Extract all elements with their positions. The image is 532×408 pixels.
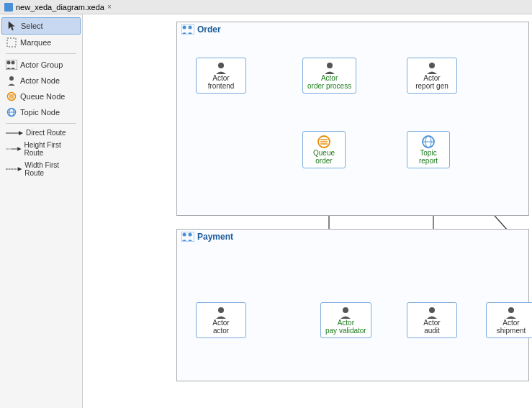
actor-actor-sublabel: actor	[213, 327, 229, 335]
tool-direct-route[interactable]: Direct Route	[1, 127, 81, 139]
tool-actor-group[interactable]: Actor Group	[1, 57, 81, 73]
payment-group-header: Payment	[177, 230, 528, 244]
actor-node-icon	[6, 75, 17, 86]
actor-order-process-sublabel: order process	[307, 82, 351, 90]
topic-report[interactable]: Topic report	[407, 131, 450, 168]
svg-point-49	[218, 307, 224, 313]
actor-order-process[interactable]: Actor order process	[302, 58, 356, 94]
svg-point-39	[218, 63, 224, 68]
tool-topic-node[interactable]: Topic Node	[1, 104, 81, 120]
svg-point-37	[189, 233, 192, 237]
actor-audit-label: Actor	[423, 319, 440, 327]
order-group-header: Order	[177, 22, 528, 37]
svg-point-52	[508, 307, 514, 313]
svg-point-40	[327, 63, 333, 68]
svg-point-3	[12, 61, 15, 65]
svg-point-51	[429, 307, 435, 313]
marquee-label: Marquee	[20, 38, 51, 47]
actor-actor[interactable]: Actor actor	[196, 302, 246, 338]
actor-node-label: Actor Node	[20, 76, 60, 85]
actor-frontend-sublabel: frontend	[208, 82, 235, 90]
cursor-icon	[6, 20, 18, 32]
queue-order-label: Queue	[313, 149, 335, 157]
svg-marker-17	[17, 147, 21, 150]
actor-report-gen[interactable]: Actor report gen	[407, 58, 457, 94]
queue-node-label: Queue Node	[20, 92, 65, 101]
title-bar: new_xeda_diagram.xeda ×	[0, 0, 532, 14]
title-bar-icon	[4, 3, 13, 12]
order-group-label: Order	[197, 24, 221, 35]
actor-pay-validator-sublabel: pay validator	[325, 327, 366, 335]
left-panel: Select Marquee Actor Group	[0, 14, 83, 408]
tool-select[interactable]: Select	[1, 17, 81, 35]
actor-frontend-label: Actor	[212, 74, 229, 82]
payment-group-label: Payment	[197, 232, 233, 242]
svg-point-36	[183, 233, 186, 237]
marquee-icon	[6, 37, 17, 48]
height-first-route-label: Height First Route	[24, 141, 76, 157]
svg-marker-19	[18, 167, 22, 171]
actor-pay-validator-label: Actor	[338, 319, 354, 327]
svg-rect-1	[7, 38, 16, 47]
actor-group-label: Actor Group	[20, 60, 63, 69]
svg-marker-0	[9, 22, 14, 30]
actor-group-icon	[6, 59, 17, 71]
actor-order-process-label: Actor	[321, 74, 338, 82]
tool-marquee[interactable]: Marquee	[1, 35, 81, 50]
actor-audit[interactable]: Actor audit	[407, 302, 457, 338]
tool-queue-node[interactable]: Queue Node	[1, 89, 81, 104]
svg-point-33	[183, 26, 186, 30]
topic-node-label: Topic Node	[20, 108, 60, 117]
svg-point-34	[189, 26, 192, 30]
tool-height-first-route[interactable]: Height First Route	[1, 139, 81, 159]
tool-width-first-route[interactable]: Width First Route	[1, 159, 81, 179]
svg-marker-14	[19, 131, 23, 135]
width-first-route-label: Width First Route	[24, 161, 76, 177]
queue-node-icon	[6, 91, 17, 102]
queue-order-sublabel: order	[315, 157, 332, 165]
actor-shipment[interactable]: Actor shipment	[486, 302, 532, 338]
svg-point-2	[7, 61, 11, 65]
svg-point-41	[429, 63, 435, 68]
actor-frontend[interactable]: Actor frontend	[196, 58, 246, 94]
topic-node-icon	[6, 106, 17, 118]
topic-report-label: Topic	[420, 149, 436, 157]
canvas-area[interactable]: route 0 route 1 order report pay validat…	[83, 14, 532, 408]
svg-point-50	[343, 307, 348, 313]
actor-report-gen-sublabel: report gen	[415, 82, 448, 90]
actor-actor-label: Actor	[212, 319, 229, 327]
order-group: Order	[176, 22, 529, 216]
actor-shipment-sublabel: shipment	[497, 327, 526, 335]
queue-order[interactable]: Queue order	[302, 131, 346, 168]
actor-audit-sublabel: audit	[424, 327, 440, 335]
topic-report-sublabel: report	[419, 157, 438, 165]
actor-pay-validator[interactable]: Actor pay validator	[320, 302, 371, 338]
actor-shipment-label: Actor	[502, 319, 519, 327]
title-tab: new_xeda_diagram.xeda ×	[16, 3, 112, 12]
svg-point-5	[9, 76, 14, 81]
direct-route-label: Direct Route	[26, 129, 66, 137]
close-tab-icon[interactable]: ×	[107, 3, 112, 11]
select-label: Select	[21, 22, 43, 30]
filename-label: new_xeda_diagram.xeda	[16, 3, 104, 12]
actor-report-gen-label: Actor	[423, 74, 440, 82]
tool-actor-node[interactable]: Actor Node	[1, 73, 81, 89]
